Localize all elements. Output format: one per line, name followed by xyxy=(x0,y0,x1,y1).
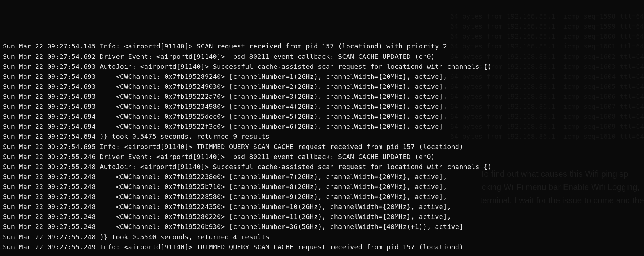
log-line: Sun Mar 22 09:27:55.248 <CWChannel: 0x7f… xyxy=(3,222,641,232)
log-line: Sun Mar 22 09:27:55.248 )} took 0.5540 s… xyxy=(3,232,641,242)
log-line: Sun Mar 22 09:27:54.693 <CWChannel: 0x7f… xyxy=(3,82,641,92)
log-line: Sun Mar 22 09:27:55.248 <CWChannel: 0x7f… xyxy=(3,182,641,192)
log-line: Sun Mar 22 09:27:54.693 <CWChannel: 0x7f… xyxy=(3,72,641,82)
ghost-ping-line xyxy=(450,1,644,11)
log-line: Sun Mar 22 09:27:54.694 )} took 0.5475 s… xyxy=(3,132,641,142)
ghost-ping-line: 64 bytes from 192.168.88.1: icmp_seq=160… xyxy=(450,31,644,41)
log-line: Sun Mar 22 09:27:55.248 AutoJoin: <airpo… xyxy=(3,162,641,172)
log-line: Sun Mar 22 09:27:54.145 Info: <airportd[… xyxy=(3,41,641,51)
log-line: Sun Mar 22 09:27:54.693 <CWChannel: 0x7f… xyxy=(3,102,641,112)
log-line: Sun Mar 22 09:27:55.248 <CWChannel: 0x7f… xyxy=(3,212,641,222)
ghost-ping-line: 64 bytes from 192.168.88.1: icmp_seq=159… xyxy=(450,21,644,31)
log-line: Sun Mar 22 09:27:55.249 Info: <airportd[… xyxy=(3,242,641,252)
log-line: Sun Mar 22 09:27:54.694 <CWChannel: 0x7f… xyxy=(3,112,641,122)
log-line: Sun Mar 22 09:27:54.695 Info: <airportd[… xyxy=(3,142,641,152)
log-line: Sun Mar 22 09:27:54.692 Driver Event: <a… xyxy=(3,52,641,62)
log-line: Sun Mar 22 09:27:54.694 <CWChannel: 0x7f… xyxy=(3,122,641,132)
log-line: Sun Mar 22 09:27:55.248 <CWChannel: 0x7f… xyxy=(3,172,641,182)
log-line: Sun Mar 22 09:27:55.248 <CWChannel: 0x7f… xyxy=(3,202,641,212)
ghost-ping-line: 64 bytes from 192.168.88.1: icmp_seq=159… xyxy=(450,11,644,21)
log-line: Sun Mar 22 09:27:54.693 AutoJoin: <airpo… xyxy=(3,62,641,72)
log-line: Sun Mar 22 09:27:54.693 <CWChannel: 0x7f… xyxy=(3,92,641,102)
terminal-log-output[interactable]: Sun Mar 22 09:27:54.145 Info: <airportd[… xyxy=(3,41,641,252)
log-line: Sun Mar 22 09:27:55.246 Driver Event: <a… xyxy=(3,152,641,162)
log-line: Sun Mar 22 09:27:55.248 <CWChannel: 0x7f… xyxy=(3,192,641,202)
